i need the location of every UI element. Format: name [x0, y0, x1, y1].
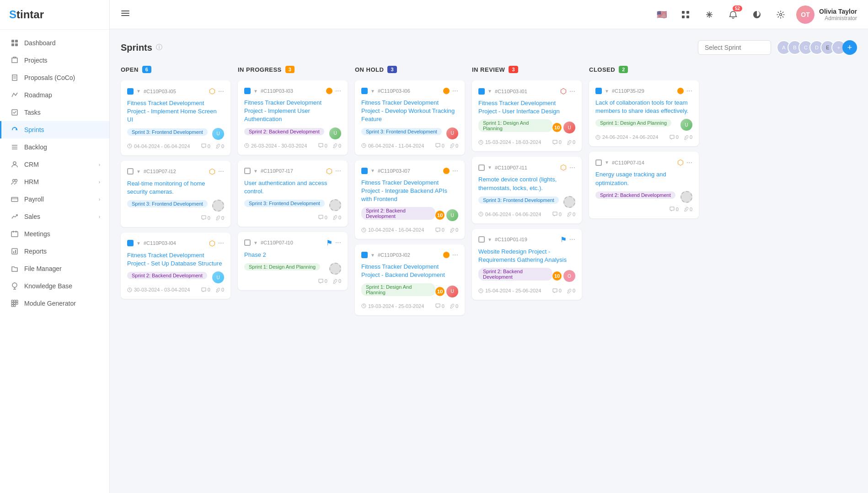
table-row[interactable]: ▼ #C110P35-I29 ··· Lack of collaboration…	[589, 80, 699, 146]
card-checkbox[interactable]	[127, 168, 134, 175]
module-generator-icon	[11, 299, 19, 307]
attachment-count: 0	[332, 143, 341, 148]
priority-flag-icon: ⬡	[560, 163, 567, 172]
hamburger-button[interactable]	[121, 9, 130, 20]
table-row[interactable]: ▼ #C110P03-I02 ··· Fitness Tracker Devel…	[355, 244, 465, 315]
apps-button[interactable]	[677, 6, 694, 23]
sidebar-item-meetings[interactable]: Meetings	[0, 225, 109, 243]
sidebar-item-payroll[interactable]: Payroll ›	[0, 191, 109, 208]
sidebar-item-backlog[interactable]: Backlog	[0, 138, 109, 156]
card-checkbox[interactable]	[127, 88, 134, 95]
sidebar-item-file-manager[interactable]: File Manager	[0, 260, 109, 277]
sprint-tag: Sprint 1: Design And Planning	[478, 119, 552, 132]
table-row[interactable]: ▼ #C110P07-I14 ⬡ ··· Energy usage tracki…	[589, 152, 699, 218]
card-chevron[interactable]: ▼	[370, 168, 375, 173]
col-title-closed: CLOSED	[589, 66, 615, 73]
dashboard-widgets-button[interactable]	[701, 6, 718, 23]
table-row[interactable]: ▼ #C110P07-I10 ⚑ ··· Phase 2 Sprint 1: D…	[238, 232, 348, 290]
sidebar-item-sales[interactable]: Sales ›	[0, 208, 109, 225]
card-checkbox[interactable]	[127, 240, 134, 246]
sprint-tag: Sprint 3: Frontend Development	[478, 196, 559, 204]
table-row[interactable]: ▼ #C110P07-I12 ⬡ ··· Real-time monitorin…	[121, 161, 230, 227]
card-more-button[interactable]: ···	[569, 235, 575, 244]
sidebar-item-crm[interactable]: CRM ›	[0, 156, 109, 173]
info-icon[interactable]: ⓘ	[156, 43, 162, 52]
card-more-button[interactable]: ···	[686, 87, 692, 95]
table-row[interactable]: ▼ #C110P03-I04 ⬡ ··· Fitness Tracket Dev…	[121, 233, 230, 299]
sidebar-item-tasks[interactable]: Tasks	[0, 104, 109, 121]
language-flag[interactable]: 🇺🇸	[654, 6, 670, 23]
card-checkbox[interactable]	[361, 88, 368, 94]
card-more-button[interactable]: ···	[452, 167, 458, 175]
svg-rect-13	[11, 197, 18, 201]
card-id: #C110P03-I05	[144, 89, 206, 94]
attachment-count: 0	[683, 207, 692, 212]
card-chevron[interactable]: ▼	[136, 241, 141, 246]
card-more-button[interactable]: ···	[218, 167, 224, 175]
sidebar-item-sprints[interactable]: Sprints	[0, 121, 109, 138]
card-chevron[interactable]: ▼	[370, 89, 375, 94]
sidebar-item-dashboard[interactable]: Dashboard	[0, 34, 109, 52]
card-id: #C110P03-I04	[144, 240, 206, 246]
add-member-button[interactable]: +	[842, 40, 857, 55]
table-row[interactable]: ▼ #C110P03-I06 ··· Fitness Tracker Devel…	[355, 80, 465, 155]
dark-mode-button[interactable]	[749, 6, 765, 23]
card-more-button[interactable]: ···	[569, 87, 575, 95]
card-chevron[interactable]: ▼	[488, 89, 492, 94]
sidebar-item-knowledge-base[interactable]: Knowledge Base	[0, 277, 109, 295]
card-checkbox[interactable]	[595, 159, 602, 166]
card-more-button[interactable]: ···	[218, 87, 224, 95]
card-checkbox[interactable]	[595, 88, 602, 94]
comment-count: 0	[552, 288, 562, 293]
card-checkbox[interactable]	[244, 88, 251, 94]
card-chevron[interactable]: ▼	[488, 237, 492, 242]
card-more-button[interactable]: ···	[569, 164, 575, 172]
sidebar-item-hrm[interactable]: HRM ›	[0, 173, 109, 191]
card-chevron[interactable]: ▼	[253, 169, 258, 174]
table-row[interactable]: ▼ #C110P07-I17 ⬡ ··· User authentication…	[238, 160, 348, 227]
attachment-count: 0	[215, 287, 224, 292]
page-title-row: Sprints ⓘ	[121, 42, 162, 53]
card-more-button[interactable]: ···	[335, 87, 341, 95]
card-more-button[interactable]: ···	[686, 159, 692, 167]
table-row[interactable]: ▼ #C110P07-I11 ⬡ ··· Remote device contr…	[472, 157, 582, 223]
card-checkbox[interactable]	[478, 88, 485, 95]
table-row[interactable]: ▼ #C110P03-I01 ⬡ ··· Fitness Tracker Dev…	[472, 80, 582, 151]
card-checkbox[interactable]	[244, 168, 251, 174]
card-more-button[interactable]: ···	[218, 239, 224, 247]
card-more-button[interactable]: ···	[335, 239, 341, 247]
sidebar-item-module-generator[interactable]: Module Generator	[0, 295, 109, 312]
sidebar-item-proposals[interactable]: Proposals (CoCo)	[0, 69, 109, 86]
notifications-button[interactable]: 52	[725, 6, 741, 23]
card-chevron[interactable]: ▼	[605, 160, 609, 165]
sprint-select[interactable]	[698, 40, 771, 55]
card-chevron[interactable]: ▼	[605, 89, 609, 94]
sidebar-item-roadmap[interactable]: Roadmap	[0, 86, 109, 104]
card-more-button[interactable]: ···	[335, 167, 341, 175]
user-profile[interactable]: OT Olivia Taylor Administrator	[796, 5, 857, 24]
comment-count: 0	[201, 215, 210, 221]
card-checkbox[interactable]	[478, 236, 485, 243]
card-chevron[interactable]: ▼	[253, 89, 258, 94]
card-chevron[interactable]: ▼	[136, 89, 141, 94]
card-chevron[interactable]: ▼	[370, 253, 375, 258]
card-checkbox[interactable]	[244, 239, 251, 246]
table-row[interactable]: ▼ #C110P03-I07 ··· Fitness Tracker Devel…	[355, 160, 465, 239]
card-checkbox[interactable]	[478, 164, 485, 171]
svg-rect-34	[682, 11, 685, 14]
card-chevron[interactable]: ▼	[253, 240, 258, 245]
settings-button[interactable]	[772, 6, 789, 23]
sidebar-item-projects[interactable]: Projects	[0, 52, 109, 69]
table-row[interactable]: ▼ #C110P03-I05 ⬡ ··· Fitness Tracket Dev…	[121, 80, 230, 155]
badge-count: 10	[435, 287, 445, 296]
card-chevron[interactable]: ▼	[488, 165, 492, 170]
card-more-button[interactable]: ···	[452, 251, 458, 259]
table-row[interactable]: ▼ #C110P01-I19 ⚑ ··· Website Redesign Pr…	[472, 229, 582, 300]
card-chevron[interactable]: ▼	[136, 169, 141, 174]
card-more-button[interactable]: ···	[452, 87, 458, 95]
table-row[interactable]: ▼ #C110P03-I03 ··· Fitness Tracker Devel…	[238, 80, 348, 155]
sidebar-item-reports[interactable]: Reports	[0, 243, 109, 260]
card-checkbox[interactable]	[361, 168, 368, 174]
card-checkbox[interactable]	[361, 252, 368, 258]
sprint-tag: Sprint 3: Frontend Development	[127, 200, 208, 207]
